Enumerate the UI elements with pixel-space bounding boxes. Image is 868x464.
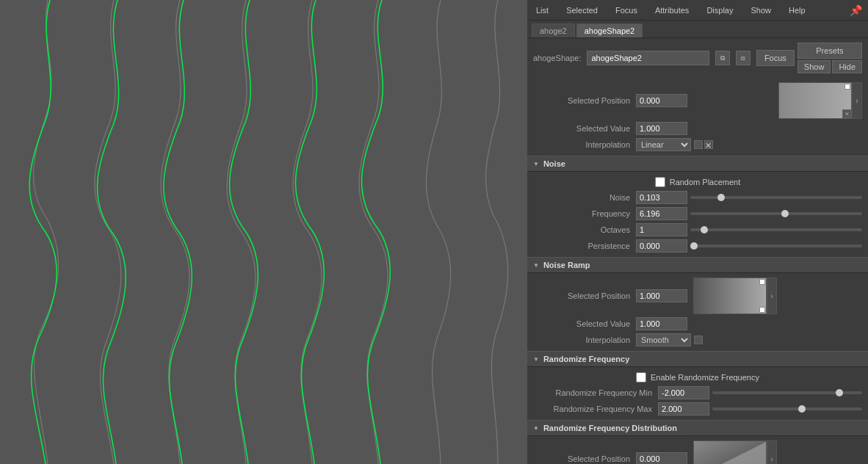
- pre-noise-section: Selected Position ✕ › Selected Value: [527, 78, 868, 156]
- enable-randomize-checkbox[interactable]: [636, 372, 646, 383]
- octaves-slider-thumb[interactable]: [701, 226, 708, 233]
- rf-max-input[interactable]: [658, 402, 709, 416]
- shape-name-input[interactable]: [587, 51, 709, 65]
- random-placement-label: Random Placement: [670, 178, 741, 186]
- noise-slider-track[interactable]: [690, 196, 862, 199]
- copy-shape-btn[interactable]: ⧉: [715, 51, 730, 65]
- rf-max-row: Randomize Frequency Max: [527, 401, 868, 417]
- menu-list[interactable]: List: [533, 4, 551, 16]
- pre-interpolation-label: Interpolation: [533, 140, 636, 149]
- nr-selected-position-row: Selected Position ›: [527, 276, 868, 316]
- rfd-section-header[interactable]: ▼ Randomize Frequency Distribution: [527, 420, 868, 436]
- noise-section-header[interactable]: ▼ Noise: [527, 156, 868, 172]
- random-placement-checkbox[interactable]: [655, 177, 665, 187]
- shape-name-row: ahogeShape: ⧉ ⧈ Focus Presets Show Hide: [527, 38, 868, 78]
- pre-selected-position-label: Selected Position: [533, 96, 636, 105]
- nr-interpolation-row: Interpolation Linear Smooth Spline Step: [527, 332, 868, 348]
- rfd-selected-position-label: Selected Position: [533, 454, 636, 463]
- randomize-freq-section-content: Enable Randomize Frequency Randomize Fre…: [527, 367, 868, 420]
- pre-gradient-chevron[interactable]: ›: [852, 82, 862, 119]
- pre-selected-value-input[interactable]: [636, 122, 687, 135]
- tab-ahogeshape2[interactable]: ahogeShape2: [576, 23, 643, 37]
- tab-bar: ahoge2 ahogeShape2: [527, 21, 868, 38]
- menu-focus[interactable]: Focus: [612, 4, 640, 16]
- persistence-row: Persistence: [527, 238, 868, 254]
- noise-ramp-section-header[interactable]: ▼ Noise Ramp: [527, 257, 868, 273]
- frequency-row: Frequency: [527, 206, 868, 222]
- rfd-selected-position-input[interactable]: [636, 452, 687, 464]
- frequency-slider-container[interactable]: [690, 212, 862, 215]
- frequency-input[interactable]: [636, 207, 687, 220]
- rfd-gradient-preview: [693, 441, 767, 464]
- right-panel: List Selected Focus Attributes Display S…: [527, 0, 868, 464]
- tab-ahoge2[interactable]: ahoge2: [532, 23, 575, 37]
- hide-button[interactable]: Hide: [832, 60, 862, 73]
- menu-show[interactable]: Show: [748, 4, 774, 16]
- pre-interp-small-btn[interactable]: [694, 140, 703, 149]
- noise-title: Noise: [543, 159, 565, 168]
- noise-slider-thumb[interactable]: [717, 194, 725, 201]
- pre-selected-value-label: Selected Value: [533, 124, 636, 133]
- frequency-slider-track[interactable]: [690, 212, 862, 215]
- randomize-freq-section-header[interactable]: ▼ Randomize Frequency: [527, 351, 868, 367]
- scroll-content[interactable]: Selected Position ✕ › Selected Value: [527, 78, 868, 464]
- octaves-slider-container[interactable]: [690, 228, 862, 231]
- nr-selected-position-input[interactable]: [636, 289, 687, 302]
- persistence-label: Persistence: [533, 242, 636, 250]
- octaves-row: Octaves: [527, 222, 868, 238]
- noise-ramp-title: Noise Ramp: [543, 261, 590, 269]
- rf-min-slider-thumb[interactable]: [836, 389, 843, 396]
- menu-selected[interactable]: Selected: [563, 4, 601, 16]
- frequency-slider-thumb[interactable]: [781, 210, 789, 217]
- svg-rect-0: [0, 0, 527, 464]
- menu-attributes[interactable]: Attributes: [652, 4, 692, 16]
- noise-slider-container[interactable]: [690, 196, 862, 199]
- paste-shape-btn[interactable]: ⧈: [736, 51, 751, 65]
- rf-max-slider-thumb[interactable]: [798, 405, 806, 413]
- noise-ramp-arrow: ▼: [533, 262, 539, 269]
- octaves-input[interactable]: [636, 223, 687, 236]
- persistence-slider-track[interactable]: [690, 244, 862, 247]
- focus-button[interactable]: Focus: [756, 50, 795, 66]
- svg-marker-1: [694, 441, 767, 464]
- nr-gradient-chevron[interactable]: ›: [767, 278, 777, 314]
- pre-ramp-clear-btn[interactable]: ✕: [842, 109, 851, 118]
- rfd-gradient-chevron[interactable]: ›: [767, 441, 777, 464]
- rfd-title: Randomize Frequency Distribution: [543, 424, 677, 432]
- pre-interp-small-btn2[interactable]: ✕: [704, 140, 713, 149]
- presets-button[interactable]: Presets: [798, 43, 862, 59]
- pre-selected-value-row: Selected Value: [527, 120, 868, 137]
- shape-label: ahogeShape:: [533, 54, 581, 62]
- menu-help[interactable]: Help: [786, 4, 809, 16]
- pin-icon: 📌: [850, 4, 862, 16]
- frequency-label: Frequency: [533, 209, 636, 218]
- pre-gradient-preview: ✕: [778, 82, 852, 119]
- rf-min-input[interactable]: [658, 386, 709, 399]
- persistence-input[interactable]: [636, 239, 687, 253]
- noise-section-content: Random Placement Noise Frequency: [527, 172, 868, 257]
- nr-selected-value-input[interactable]: [636, 317, 687, 330]
- enable-randomize-row: Enable Randomize Frequency: [527, 370, 868, 385]
- persistence-slider-container[interactable]: [690, 244, 862, 247]
- nr-gradient-preview: [693, 278, 767, 314]
- nr-interp-small-btn[interactable]: [694, 336, 703, 344]
- menu-bar: List Selected Focus Attributes Display S…: [527, 0, 868, 21]
- show-button[interactable]: Show: [798, 60, 831, 73]
- rf-max-label: Randomize Frequency Max: [533, 405, 658, 413]
- pre-selected-position-row: Selected Position ✕ ›: [527, 81, 868, 120]
- pre-selected-position-input[interactable]: [636, 94, 687, 107]
- randomize-freq-title: Randomize Frequency: [543, 355, 629, 363]
- pre-interpolation-select[interactable]: Linear Smooth Spline Step: [636, 138, 691, 151]
- rf-min-slider-track[interactable]: [712, 391, 862, 394]
- noise-label: Noise: [533, 193, 636, 202]
- persistence-slider-thumb[interactable]: [690, 242, 698, 250]
- rf-min-slider-container[interactable]: [712, 391, 862, 394]
- rf-max-slider-track[interactable]: [712, 407, 862, 410]
- menu-display[interactable]: Display: [704, 4, 736, 16]
- octaves-slider-track[interactable]: [690, 228, 862, 231]
- nr-interpolation-select[interactable]: Linear Smooth Spline Step: [636, 333, 691, 347]
- noise-input[interactable]: [636, 191, 687, 204]
- randomize-freq-arrow: ▼: [533, 356, 539, 363]
- rf-max-slider-container[interactable]: [712, 407, 862, 410]
- noise-ramp-section-content: Selected Position › Selected Value Inter…: [527, 273, 868, 351]
